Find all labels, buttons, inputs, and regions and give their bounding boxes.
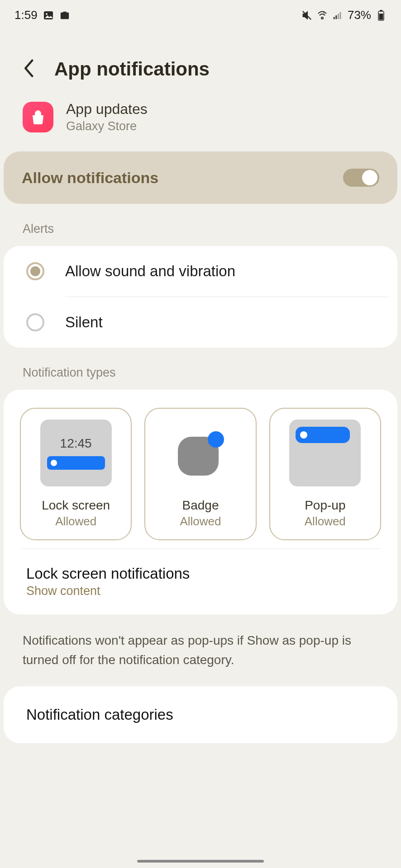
type-status: Allowed — [305, 514, 346, 528]
app-info: App updates Galaxy Store — [0, 94, 401, 151]
type-status: Allowed — [55, 514, 96, 528]
toggle-knob — [362, 170, 377, 185]
lockscreen-preview: 12:45 — [40, 420, 112, 486]
type-title: Badge — [182, 498, 219, 513]
svg-point-1 — [46, 13, 48, 15]
types-grid: 12:45 Lock screen Allowed Badge Allowed — [4, 390, 397, 540]
alert-option-label: Allow sound and vibration — [65, 263, 235, 280]
home-indicator[interactable] — [137, 860, 264, 863]
battery-icon — [376, 10, 387, 21]
radio-unselected-icon — [26, 313, 44, 331]
app-icon — [23, 102, 53, 132]
radio-selected-icon — [26, 262, 44, 280]
image-icon — [43, 10, 54, 21]
app-source: Galaxy Store — [66, 119, 148, 133]
allow-notifications-card: Allow notifications — [4, 151, 397, 204]
allow-notifications-toggle[interactable] — [343, 169, 379, 187]
wifi-icon: 6 — [317, 10, 328, 21]
app-text: App updates Galaxy Store — [66, 101, 148, 133]
svg-rect-6 — [340, 12, 341, 19]
app-name: App updates — [66, 101, 148, 118]
status-bar: 1:59 6 73% — [0, 0, 401, 27]
notification-types-card: 12:45 Lock screen Allowed Badge Allowed — [4, 390, 397, 614]
setting-title: Lock screen notifications — [26, 565, 375, 582]
lockscreen-time: 12:45 — [60, 436, 92, 451]
status-left: 1:59 — [14, 8, 70, 22]
page-title: App notifications — [54, 58, 210, 80]
svg-rect-5 — [338, 14, 339, 19]
type-title: Lock screen — [42, 498, 110, 513]
svg-rect-4 — [335, 15, 337, 19]
alerts-card: Allow sound and vibration Silent — [4, 246, 397, 348]
type-card-popup[interactable]: Pop-up Allowed — [269, 408, 381, 540]
status-right: 6 73% — [301, 8, 387, 22]
type-title: Pop-up — [305, 498, 345, 513]
mute-icon — [301, 10, 312, 21]
briefcase-icon — [59, 10, 70, 21]
type-card-lockscreen[interactable]: 12:45 Lock screen Allowed — [20, 408, 132, 540]
battery-percent: 73% — [348, 8, 371, 22]
setting-subtitle: Show content — [26, 584, 375, 598]
svg-text:6: 6 — [323, 11, 325, 14]
status-time: 1:59 — [14, 8, 38, 22]
types-section-label: Notification types — [0, 348, 401, 390]
svg-rect-0 — [44, 11, 53, 19]
alert-option-silent[interactable]: Silent — [4, 297, 397, 348]
page-header: App notifications — [0, 27, 401, 94]
alert-option-label: Silent — [65, 314, 103, 331]
type-status: Allowed — [180, 514, 221, 528]
svg-rect-3 — [334, 17, 335, 19]
popup-preview — [289, 420, 361, 486]
back-button[interactable] — [23, 59, 36, 79]
info-text: Notifications won't appear as pop-ups if… — [0, 614, 401, 686]
popup-bar-icon — [296, 427, 350, 443]
alert-option-sound-vibration[interactable]: Allow sound and vibration — [4, 246, 397, 297]
alerts-section-label: Alerts — [0, 204, 401, 246]
notification-categories-card[interactable]: Notification categories — [4, 686, 397, 743]
svg-rect-9 — [379, 14, 383, 20]
badge-dot-icon — [208, 431, 224, 448]
allow-notifications-label: Allow notifications — [22, 169, 158, 187]
type-card-badge[interactable]: Badge Allowed — [144, 408, 256, 540]
signal-icon — [332, 10, 343, 21]
lockscreen-bar-icon — [47, 456, 105, 470]
badge-preview — [164, 420, 237, 486]
lockscreen-notifications-setting[interactable]: Lock screen notifications Show content — [4, 549, 397, 614]
notification-categories-title: Notification categories — [26, 706, 375, 723]
